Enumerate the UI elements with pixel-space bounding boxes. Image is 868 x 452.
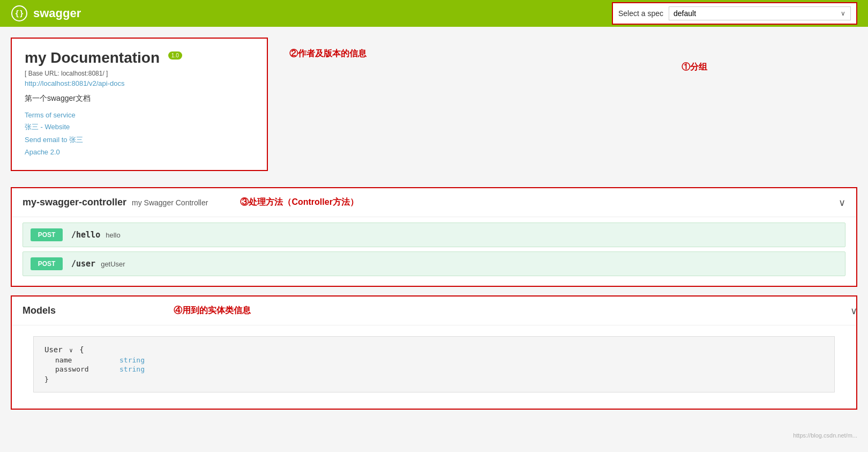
main-content: my Documentation 1.0 [ Base URL: localho… xyxy=(0,27,868,429)
base-url: [ Base URL: localhost:8081/ ] xyxy=(25,70,254,77)
author-website-link[interactable]: 张三 - Website xyxy=(25,122,254,132)
version-badge: 1.0 xyxy=(168,51,182,60)
models-collapse-icon[interactable]: ∨ xyxy=(850,305,857,317)
annotation-grouping-area: ①分组 xyxy=(682,51,707,73)
controller-section: my-swagger-controller my Swagger Control… xyxy=(11,187,857,287)
models-title: Models xyxy=(23,305,56,316)
endpoint-list: POST /hello hello POST /user getUser xyxy=(12,217,856,286)
controller-description: my Swagger Controller xyxy=(132,198,208,207)
models-body-wrapper: User ∨ { name string password string } xyxy=(12,325,856,409)
field-label-password: password xyxy=(55,365,109,373)
api-docs-link[interactable]: http://localhost:8081/v2/api-docs xyxy=(25,79,254,87)
controller-section-header: my-swagger-controller my Swagger Control… xyxy=(12,188,856,217)
controller-name: my-swagger-controller xyxy=(23,197,126,208)
model-field-password: password string xyxy=(55,365,824,373)
method-badge-post: POST xyxy=(31,228,63,241)
footer-url: https://blog.csdn.net/m... xyxy=(793,432,857,439)
spec-select-wrapper[interactable]: default xyxy=(669,6,851,20)
info-box: my Documentation 1.0 [ Base URL: localho… xyxy=(11,38,268,171)
logo-text: swagger xyxy=(33,6,81,20)
license-link[interactable]: Apache 2.0 xyxy=(25,148,254,156)
spec-select[interactable]: default xyxy=(669,6,851,20)
doc-title: my Documentation 1.0 xyxy=(25,49,254,66)
models-section-header: Models ④用到的实体类信息 ∨ xyxy=(12,297,856,325)
models-body: User ∨ { name string password string } xyxy=(33,336,835,392)
header: {} swagger Select a spec default xyxy=(0,0,868,27)
select-spec-label: Select a spec xyxy=(618,9,663,18)
endpoint-summary: hello xyxy=(106,231,120,239)
terms-of-service-link[interactable]: Terms of service xyxy=(25,111,254,119)
spec-selector-area: Select a spec default xyxy=(612,2,857,25)
annotation-entities: ④用到的实体类信息 xyxy=(174,305,251,316)
footer: https://blog.csdn.net/m... xyxy=(0,429,868,442)
models-section: Models ④用到的实体类信息 ∨ User ∨ { name string … xyxy=(11,295,857,410)
info-row: my Documentation 1.0 [ Base URL: localho… xyxy=(11,38,857,182)
endpoint-row[interactable]: POST /user getUser xyxy=(23,251,845,276)
method-badge-post: POST xyxy=(31,257,63,270)
controller-collapse-icon[interactable]: ∨ xyxy=(839,197,845,209)
model-name: User ∨ { xyxy=(44,345,824,354)
field-type-password: string xyxy=(119,365,145,373)
swagger-icon: {} xyxy=(11,5,28,22)
model-fields: name string password string xyxy=(55,356,824,373)
endpoint-path: /user xyxy=(71,259,95,269)
field-type-name: string xyxy=(119,356,145,364)
field-label-name: name xyxy=(55,356,109,364)
model-expand-icon[interactable]: ∨ xyxy=(69,347,73,354)
svg-text:{}: {} xyxy=(15,9,24,18)
annotation-grouping: ①分组 xyxy=(682,62,707,73)
annotation-author-info: ②作者及版本的信息 xyxy=(289,48,366,60)
endpoint-summary: getUser xyxy=(101,260,125,268)
model-field-name: name string xyxy=(55,356,824,364)
email-link[interactable]: Send email to 张三 xyxy=(25,135,254,145)
endpoint-row[interactable]: POST /hello hello xyxy=(23,223,845,247)
endpoint-path: /hello xyxy=(71,230,100,240)
logo: {} swagger xyxy=(11,5,81,22)
description: 第一个swagger文档 xyxy=(25,94,254,103)
annotation-controller: ③处理方法（Controller方法） xyxy=(240,197,358,208)
model-close-brace: } xyxy=(44,375,824,383)
